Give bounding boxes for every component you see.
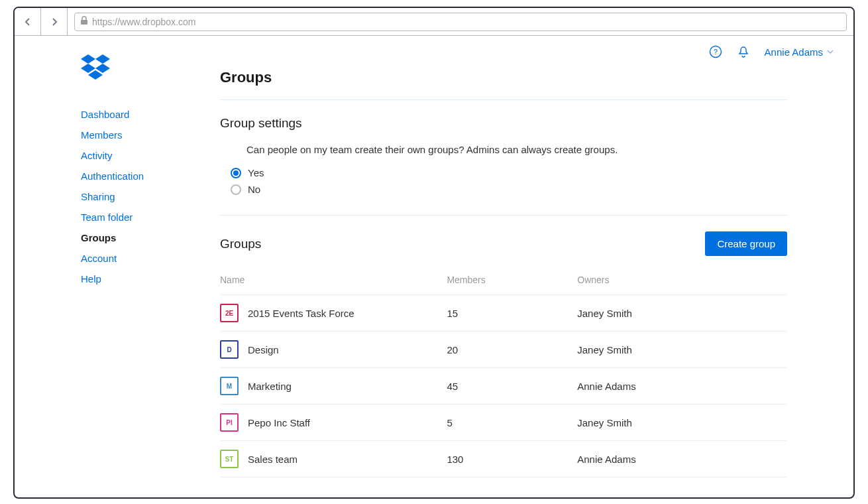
group-members: 45 [447, 368, 577, 405]
group-name: Marketing [248, 381, 292, 392]
radio-icon [231, 168, 241, 178]
radio-no[interactable]: No [231, 184, 787, 195]
svg-marker-7 [88, 70, 103, 80]
group-badge: D [220, 340, 239, 359]
address-bar[interactable]: https://www.dropbox.com [74, 13, 847, 31]
forward-button[interactable] [41, 8, 68, 36]
group-badge: ST [220, 450, 239, 468]
create-group-button[interactable]: Create group [705, 231, 787, 256]
sidebar-item-members[interactable]: Members [81, 125, 154, 145]
group-owner: Janey Smith [577, 295, 787, 332]
main-panel: Groups Group settings Can people on my t… [154, 36, 853, 497]
table-row[interactable]: PIPepo Inc Staff5Janey Smith [220, 405, 787, 441]
table-row[interactable]: STSales team130Annie Adams [220, 441, 787, 477]
page-title: Groups [220, 69, 787, 100]
user-menu[interactable]: Annie Adams [765, 46, 834, 58]
sidebar-item-account[interactable]: Account [81, 248, 154, 269]
group-name: Design [248, 344, 279, 355]
top-right-bar: ? Annie Adams [709, 45, 834, 58]
group-members: 15 [447, 295, 577, 332]
groups-header: Groups Create group [220, 231, 787, 256]
user-name: Annie Adams [765, 46, 823, 58]
group-members: 20 [447, 332, 577, 368]
dropbox-icon [81, 54, 110, 81]
group-settings-question: Can people on my team create their own g… [246, 144, 787, 155]
groups-table: Name Members Owners 2E2015 Events Task F… [220, 268, 787, 477]
lock-icon [80, 16, 88, 27]
bell-icon [737, 45, 750, 58]
group-name: Pepo Inc Staff [248, 417, 310, 428]
chevron-down-icon [827, 49, 834, 54]
browser-toolbar: https://www.dropbox.com [15, 8, 853, 36]
group-owner: Janey Smith [577, 332, 787, 368]
groups-title: Groups [220, 237, 261, 251]
column-header-owners[interactable]: Owners [577, 268, 787, 295]
sidebar: Dashboard Members Activity Authenticatio… [15, 36, 154, 497]
radio-no-label: No [248, 184, 260, 195]
chevron-left-icon [25, 17, 31, 27]
column-header-members[interactable]: Members [447, 268, 577, 295]
nav-list: Dashboard Members Activity Authenticatio… [81, 104, 154, 289]
svg-marker-5 [81, 64, 95, 73]
svg-text:?: ? [714, 48, 718, 56]
sidebar-item-dashboard[interactable]: Dashboard [81, 104, 154, 125]
group-badge: PI [220, 413, 239, 432]
sidebar-item-help[interactable]: Help [81, 269, 154, 289]
group-members: 130 [447, 441, 577, 477]
group-owner: Annie Adams [577, 368, 787, 405]
help-button[interactable]: ? [709, 45, 722, 58]
svg-marker-6 [95, 64, 110, 73]
svg-marker-3 [81, 54, 95, 64]
group-settings-block: Can people on my team create their own g… [220, 144, 787, 216]
dropbox-logo[interactable] [81, 54, 154, 83]
browser-window: https://www.dropbox.com ? Annie Adams [13, 7, 855, 499]
url-text: https://www.dropbox.com [92, 17, 195, 27]
table-row[interactable]: MMarketing45Annie Adams [220, 368, 787, 405]
group-members: 5 [447, 405, 577, 441]
group-owner: Annie Adams [577, 441, 787, 477]
group-settings-title: Group settings [220, 116, 787, 131]
group-name: Sales team [248, 454, 298, 465]
svg-marker-4 [95, 54, 110, 64]
radio-yes-label: Yes [248, 167, 264, 178]
radio-icon [231, 184, 241, 195]
sidebar-item-activity[interactable]: Activity [81, 145, 154, 166]
group-name: 2015 Events Task Force [248, 308, 354, 319]
column-header-name[interactable]: Name [220, 268, 447, 295]
sidebar-item-sharing[interactable]: Sharing [81, 186, 154, 207]
group-owner: Janey Smith [577, 405, 787, 441]
help-icon: ? [709, 45, 722, 58]
page-content: ? Annie Adams [15, 36, 853, 497]
group-badge: 2E [220, 304, 239, 322]
sidebar-item-team-folder[interactable]: Team folder [81, 207, 154, 227]
table-row[interactable]: 2E2015 Events Task Force15Janey Smith [220, 295, 787, 332]
table-row[interactable]: DDesign20Janey Smith [220, 332, 787, 368]
sidebar-item-groups[interactable]: Groups [81, 227, 154, 248]
notifications-button[interactable] [737, 45, 750, 58]
group-badge: M [220, 377, 239, 395]
sidebar-item-authentication[interactable]: Authentication [81, 166, 154, 186]
svg-rect-0 [81, 20, 87, 25]
radio-yes[interactable]: Yes [231, 167, 787, 178]
back-button[interactable] [15, 8, 41, 36]
chevron-right-icon [51, 17, 58, 27]
